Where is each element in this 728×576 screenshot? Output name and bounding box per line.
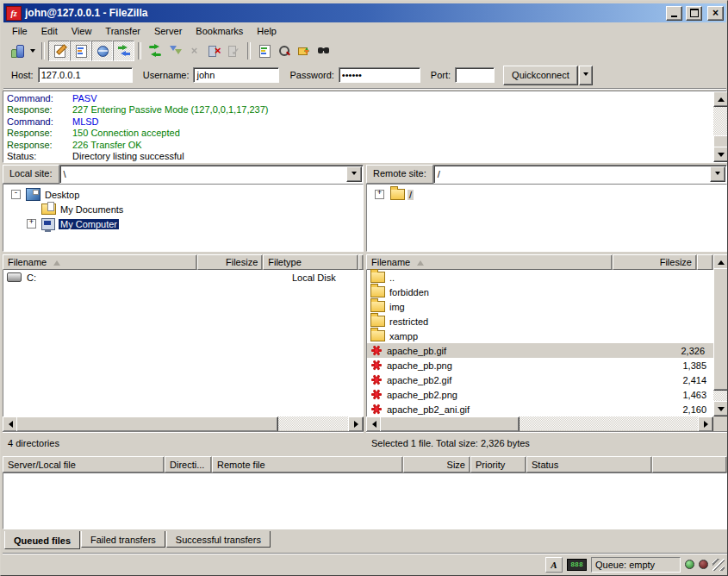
remote-file-row[interactable]: restricted — [367, 314, 713, 329]
menu-view[interactable]: View — [65, 23, 99, 39]
remote-file-row[interactable]: forbidden — [367, 285, 713, 299]
chevron-down-icon — [352, 172, 357, 178]
tab-failed-transfers[interactable]: Failed transfers — [81, 531, 165, 548]
remote-site-dropdown-button[interactable] — [710, 166, 725, 182]
column-filesize[interactable]: Filesize — [197, 254, 263, 270]
column-remote-file[interactable]: Remote file — [212, 456, 403, 473]
local-file-row[interactable]: C: Local Disk — [3, 270, 363, 285]
scroll-up-button[interactable] — [713, 91, 728, 107]
column-filesize[interactable]: Filesize — [613, 254, 697, 270]
maximize-icon — [690, 9, 699, 17]
remote-file-row[interactable]: apache_pb2.gif 2,414 — [367, 373, 713, 387]
column-last-modified[interactable]: L — [358, 254, 364, 270]
filter-button[interactable] — [254, 41, 274, 60]
scroll-down-button[interactable] — [713, 401, 728, 416]
resize-grip[interactable] — [712, 559, 725, 571]
column-filename[interactable]: Filename — [366, 254, 613, 270]
scrollbar-thumb[interactable] — [380, 416, 520, 432]
queue-tabs: Queued files Failed transfers Successful… — [4, 531, 727, 552]
queue-size-panel: Queue: empty — [591, 557, 681, 573]
tree-item-my-computer[interactable]: + My Computer — [3, 216, 363, 231]
transfer-queue-icon — [117, 44, 131, 58]
scroll-down-button[interactable] — [713, 147, 728, 162]
site-manager-button[interactable] — [7, 41, 27, 60]
expand-icon[interactable]: + — [27, 219, 36, 229]
refresh-button[interactable] — [145, 41, 165, 60]
quickconnect-bar: Host: Username: Password: Port: Quickcon… — [3, 62, 726, 89]
remote-site-label: Remote site: — [366, 165, 433, 184]
site-manager-dropdown-button[interactable] — [27, 41, 38, 60]
remote-file-row[interactable]: xampp — [367, 329, 713, 343]
scroll-right-button[interactable] — [698, 416, 713, 432]
menu-help[interactable]: Help — [250, 23, 283, 39]
log-scrollbar[interactable] — [713, 91, 727, 162]
transfer-type-icon[interactable]: A — [545, 557, 563, 573]
directory-comparison-button[interactable] — [294, 41, 314, 60]
sort-ascending-icon — [417, 257, 424, 266]
toggle-local-tree-button[interactable] — [70, 41, 91, 61]
toggle-transfer-queue-button[interactable] — [113, 41, 134, 61]
close-button[interactable]: × — [707, 6, 724, 21]
toggle-message-log-button[interactable] — [48, 41, 70, 61]
minimize-button[interactable] — [666, 6, 682, 21]
remote-file-row[interactable]: apache_pb2.png 1,463 — [367, 387, 713, 402]
remote-site-combobox[interactable]: / — [433, 165, 727, 184]
column-filename[interactable]: Filename — [3, 254, 197, 270]
process-queue-button[interactable] — [165, 41, 184, 60]
quickconnect-dropdown-button[interactable] — [579, 66, 593, 85]
scroll-right-button[interactable] — [348, 416, 364, 432]
menu-server[interactable]: Server — [147, 23, 189, 39]
title-bar[interactable]: fz john@127.0.0.1 - FileZilla × — [3, 3, 726, 22]
remote-file-row-selected[interactable]: apache_pb.gif 2,326 — [367, 343, 713, 358]
port-label: Port: — [431, 70, 451, 80]
collapse-icon[interactable]: - — [11, 190, 21, 199]
folder-icon — [370, 301, 385, 312]
remote-file-row[interactable]: .. — [367, 270, 713, 285]
local-site-value: \ — [64, 169, 66, 179]
password-input[interactable] — [339, 67, 420, 83]
tree-item-root[interactable]: + / — [367, 187, 726, 202]
tree-item-my-documents[interactable]: My Documents — [3, 202, 363, 216]
username-input[interactable] — [193, 67, 279, 83]
synchronized-browsing-button[interactable] — [314, 41, 333, 60]
my-computer-icon — [41, 218, 55, 230]
speedlimit-icon[interactable]: 888 — [567, 559, 587, 571]
column-status[interactable]: Status — [526, 456, 652, 473]
remote-file-row[interactable]: apache_pb.png 1,385 — [367, 358, 713, 373]
maximize-button[interactable] — [686, 6, 702, 21]
scrollbar-thumb[interactable] — [713, 268, 728, 391]
remote-list-header: Filename Filesize — [366, 254, 713, 270]
quickconnect-button[interactable]: Quickconnect — [503, 66, 578, 85]
window-title: john@127.0.0.1 - FileZilla — [25, 7, 663, 19]
scrollbar-thumb[interactable] — [16, 416, 278, 432]
tree-item-desktop[interactable]: - Desktop — [3, 187, 363, 202]
tab-successful-transfers[interactable]: Successful transfers — [166, 531, 271, 548]
host-input[interactable] — [38, 67, 133, 83]
remote-list-hscrollbar[interactable] — [366, 416, 713, 430]
menu-bookmarks[interactable]: Bookmarks — [189, 23, 250, 39]
message-log-icon — [53, 44, 66, 58]
remote-file-row[interactable]: apache_pb2_ani.gif 2,160 — [367, 402, 713, 416]
local-list-hscrollbar[interactable] — [3, 416, 364, 430]
port-input[interactable] — [455, 67, 495, 83]
expand-icon[interactable]: + — [375, 190, 384, 199]
column-server-local-file[interactable]: Server/Local file — [3, 456, 165, 473]
log-line: Status:Directory listing successful — [7, 151, 726, 162]
local-site-combobox[interactable]: \ — [59, 165, 364, 184]
column-direction[interactable]: Directi... — [165, 456, 212, 473]
menu-transfer[interactable]: Transfer — [98, 23, 147, 39]
toggle-remote-tree-button[interactable] — [91, 41, 113, 61]
column-priority[interactable]: Priority — [470, 456, 526, 473]
column-filetype[interactable]: Filetype — [263, 254, 358, 270]
tab-queued-files[interactable]: Queued files — [4, 531, 80, 549]
menu-edit[interactable]: Edit — [34, 23, 65, 39]
find-files-icon — [277, 44, 291, 58]
column-size[interactable]: Size — [403, 456, 470, 473]
disconnect-button[interactable]: × — [204, 41, 224, 60]
filezilla-app-icon[interactable]: fz — [6, 6, 22, 21]
menu-file[interactable]: File — [5, 23, 34, 39]
remote-list-vscrollbar[interactable] — [713, 254, 727, 416]
local-site-dropdown-button[interactable] — [346, 166, 362, 182]
find-files-button[interactable] — [274, 41, 294, 60]
remote-file-row[interactable]: img — [367, 299, 713, 314]
